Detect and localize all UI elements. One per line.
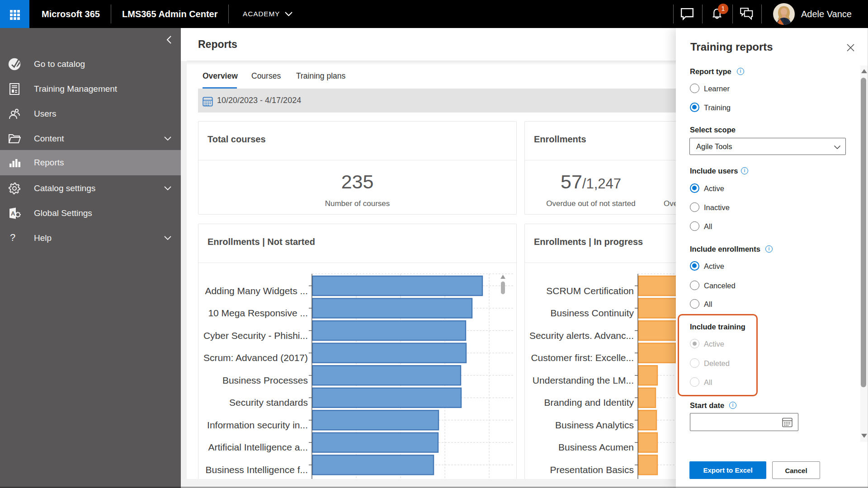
svg-text:Presentation Basics: Presentation Basics [550,465,634,475]
svg-text:Cyber Security - Phishi...: Cyber Security - Phishi... [203,330,308,341]
svg-text:Business Intelligence f...: Business Intelligence f... [206,465,308,475]
svg-text:Understanding the LM...: Understanding the LM... [533,375,634,385]
svg-text:10 Mega Responsive ...: 10 Mega Responsive ... [208,308,308,318]
svg-text:Adding Many Widgets ...: Adding Many Widgets ... [205,286,308,296]
svg-text:A: A [11,210,15,217]
svg-text:Information security in...: Information security in... [207,420,308,430]
svg-text:Artificial Intelligence a...: Artificial Intelligence a... [208,442,308,452]
svg-text:SCRUM Certification: SCRUM Certification [546,286,634,296]
svg-text:Branding and Identity: Branding and Identity [544,397,634,408]
svg-text:Scrum: Advanced (2017): Scrum: Advanced (2017) [203,352,308,363]
svg-text:Security alerts. Advanc...: Security alerts. Advanc... [529,330,634,341]
svg-text:Business Analytics: Business Analytics [555,420,634,430]
svg-text:Business Processes: Business Processes [222,375,308,385]
svg-text:Security standards: Security standards [229,397,308,408]
svg-text:Customer first: Excelle...: Customer first: Excelle... [531,352,634,363]
svg-text:Business Acumen: Business Acumen [558,442,634,452]
svg-text:Business Continuity: Business Continuity [551,308,634,318]
